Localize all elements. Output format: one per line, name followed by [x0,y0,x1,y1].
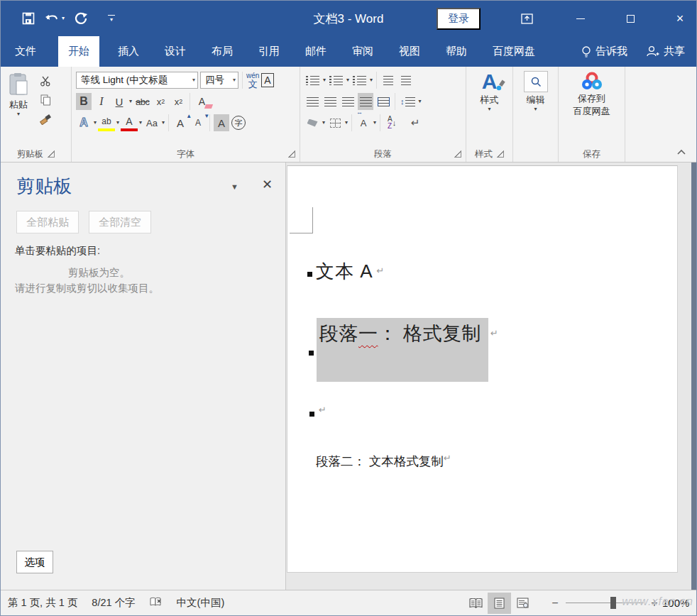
styles-dropdown[interactable]: ▾ [488,106,490,112]
numbering-button[interactable] [328,72,344,89]
font-color-dropdown[interactable]: ▾ [139,120,142,126]
shading-button[interactable] [304,114,320,131]
paragraph-text[interactable]: 段落一： 格式复制 [319,323,481,344]
font-color-button[interactable]: A [121,114,137,131]
zoom-slider-track[interactable] [566,603,644,603]
text-highlight-button[interactable]: ab [99,114,114,131]
options-button[interactable]: 选项 [16,551,53,573]
text-effects-dropdown[interactable]: ▾ [94,120,97,126]
document-page[interactable]: 文本 A ↵ 段落一： 格式复制 ↵ ↵ 段落二： 文本格式复制 ↵ [287,165,678,573]
minimize-button[interactable] [564,6,597,31]
format-painter-button[interactable] [38,112,53,126]
asian-layout-button[interactable]: A [356,114,371,131]
paste-button[interactable]: 粘贴 ▾ [2,70,35,126]
text-effects-button[interactable]: A [76,114,92,131]
change-case-button[interactable]: Aa [144,114,160,131]
borders-dropdown[interactable]: ▾ [345,120,348,126]
read-mode-button[interactable] [464,593,488,614]
page-number-status[interactable]: 第 1 页, 共 1 页 [1,596,84,610]
enclose-characters-button[interactable]: 字 [231,116,246,130]
copy-button[interactable] [38,93,53,107]
paragraph-text[interactable]: 段落二： 文本格式复制 [316,453,444,470]
phonetic-guide-button[interactable]: wén 文 [246,72,259,89]
underline-button[interactable]: U [111,93,127,110]
styles-dialog-launcher[interactable] [497,150,504,158]
editing-button[interactable]: 编辑 ▾ [515,70,556,112]
font-dialog-launcher[interactable] [288,150,295,158]
zoom-in-button[interactable]: + [647,597,662,610]
font-name-combo[interactable]: 等线 Light (中文标题 ▾ [76,72,198,89]
zoom-slider-thumb[interactable] [610,597,616,609]
save-to-baidu-button[interactable]: 保存到 百度网盘 [560,70,623,117]
print-layout-button[interactable] [488,593,511,614]
line-spacing-dropdown[interactable]: ▾ [419,99,422,104]
undo-dropdown[interactable]: ▾ [62,16,65,21]
shrink-font-button[interactable]: A ▼ [190,114,206,131]
paragraph-text[interactable]: 文本 A [316,261,373,282]
align-left-button[interactable] [304,93,320,110]
asian-layout-dropdown[interactable]: ▾ [373,120,376,126]
numbering-dropdown[interactable]: ▾ [346,77,349,83]
superscript-button[interactable]: x2 [170,93,186,110]
italic-button[interactable]: I [94,93,109,110]
tab-home[interactable]: 开始 [58,36,99,67]
customize-qat-button[interactable]: ▾ [108,15,115,23]
proofing-status[interactable] [143,597,170,609]
clear-formatting-button[interactable]: A [194,93,209,110]
show-marks-button[interactable]: ↵ [407,114,423,131]
sort-button[interactable]: A Z ↓ [384,114,400,131]
vertical-scrollbar[interactable] [691,163,696,590]
language-status[interactable]: 中文(中国) [170,596,232,610]
tab-help[interactable]: 帮助 [436,36,477,67]
paragraph-dialog-launcher[interactable] [454,150,461,158]
tab-baidu-netdisk[interactable]: 百度网盘 [483,36,545,67]
underline-dropdown[interactable]: ▾ [129,99,132,104]
bold-button[interactable]: B [76,93,92,110]
distribute-button[interactable] [375,93,391,110]
paste-dropdown[interactable]: ▾ [17,111,20,117]
tab-review[interactable]: 审阅 [342,36,383,67]
clipboard-dialog-launcher[interactable] [48,150,55,158]
paragraph-one[interactable]: 段落一： 格式复制 ↵ [309,318,488,382]
align-right-button[interactable] [340,93,356,110]
sign-in-button[interactable]: 登录 [437,8,481,30]
tab-file[interactable]: 文件 [3,36,48,67]
tab-insert[interactable]: 插入 [108,36,149,67]
tab-mailings[interactable]: 邮件 [295,36,336,67]
word-count-status[interactable]: 8/21 个字 [84,596,142,610]
save-button[interactable] [22,12,35,25]
paragraph-two[interactable]: 段落二： 文本格式复制 ↵ [316,453,451,470]
tab-layout[interactable]: 布局 [202,36,243,67]
undo-button[interactable]: ▾ [45,12,65,25]
increase-indent-button[interactable] [398,72,414,89]
grow-font-button[interactable]: A ▲ [172,114,188,131]
zoom-level[interactable]: 100% [662,597,696,609]
bullets-dropdown[interactable]: ▾ [323,77,326,83]
borders-button[interactable] [327,114,343,131]
close-button[interactable]: × [664,6,696,31]
multilevel-list-button[interactable] [351,72,368,89]
misspelled-word[interactable]: 一 [358,323,378,344]
subscript-button[interactable]: x2 [153,93,168,110]
tab-design[interactable]: 设计 [155,36,196,67]
tab-view[interactable]: 视图 [389,36,430,67]
maximize-button[interactable] [614,6,647,31]
change-case-dropdown[interactable]: ▾ [162,120,165,126]
strikethrough-button[interactable]: abc [134,93,150,110]
highlight-dropdown[interactable]: ▾ [116,120,119,126]
bullets-button[interactable] [304,72,321,89]
zoom-out-button[interactable]: − [547,597,563,610]
line-spacing-button[interactable]: ↕ [399,93,417,110]
tab-references[interactable]: 引用 [248,36,290,67]
styles-button[interactable]: A 样式 ▾ [468,70,511,112]
web-layout-button[interactable] [511,593,534,614]
character-border-button[interactable]: A [261,73,273,87]
paragraph-text-a[interactable]: 文本 A ↵ [307,265,384,282]
collapse-ribbon-button[interactable] [676,146,686,158]
tell-me-box[interactable]: 告诉我 [581,45,627,58]
selected-text-block[interactable]: 段落一： 格式复制 ↵ [317,318,488,382]
shading-dropdown[interactable]: ▾ [322,120,325,126]
redo-button[interactable] [75,12,88,26]
pane-menu-dropdown[interactable]: ▼ [231,182,238,191]
multilevel-dropdown[interactable]: ▾ [370,77,373,83]
